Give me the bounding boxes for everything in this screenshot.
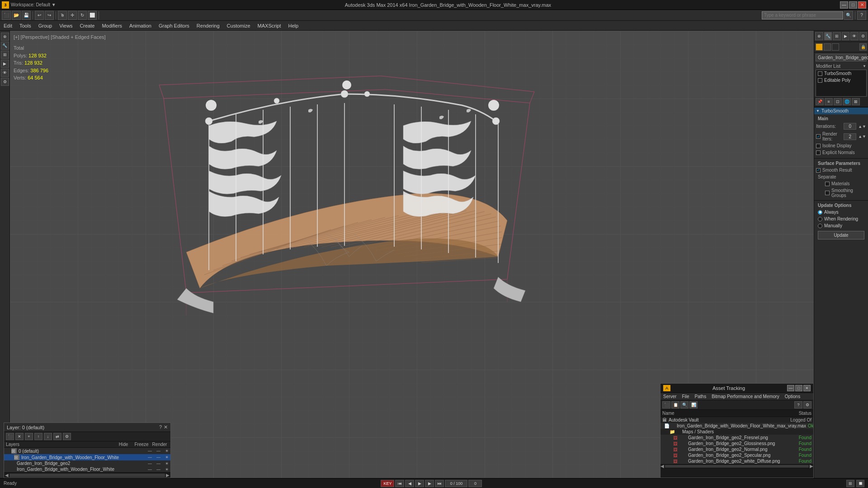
menu-edit[interactable]: Edit bbox=[0, 21, 16, 31]
modifier-list-arrow[interactable]: ▼ bbox=[863, 64, 866, 68]
move-btn[interactable]: ✛ bbox=[68, 11, 77, 20]
sub-hide-btn[interactable]: ⊠ bbox=[852, 98, 860, 105]
layer-settings-tool[interactable]: ⚙ bbox=[63, 433, 71, 440]
sub-obj-btn[interactable]: ⊡ bbox=[834, 98, 842, 105]
utilities-tab[interactable]: ⚙ bbox=[1, 78, 9, 86]
asset-menu-bitmap[interactable]: Bitmap Performance and Memory bbox=[709, 393, 782, 400]
isoline-checkbox[interactable] bbox=[816, 144, 821, 148]
explicit-normals-checkbox[interactable] bbox=[816, 150, 821, 155]
render-iters-spinner[interactable]: ▲▼ bbox=[858, 134, 866, 139]
asset-min-btn[interactable]: — bbox=[787, 385, 794, 391]
render-ctrl-3[interactable]: ☀ bbox=[165, 467, 169, 472]
menu-rendering[interactable]: Rendering bbox=[193, 21, 223, 31]
asset-row-diffuse[interactable]: 🖼 Garden_Iron_Bridge_geo2_white_Diffuse.… bbox=[660, 458, 813, 464]
asset-menu-file[interactable]: File bbox=[679, 393, 692, 400]
motion-panel-tab[interactable]: ▶ bbox=[842, 32, 850, 40]
time-display[interactable]: 0 bbox=[468, 480, 482, 487]
when-rendering-radio[interactable] bbox=[818, 217, 822, 221]
sub-world-btn[interactable]: 🌐 bbox=[843, 98, 851, 105]
asset-scroll-right[interactable]: ▶ bbox=[810, 464, 813, 469]
create-panel-tab[interactable]: ⊕ bbox=[815, 32, 823, 40]
menu-views[interactable]: Views bbox=[56, 21, 76, 31]
create-tab[interactable]: ⊕ bbox=[1, 33, 9, 41]
search-icon-btn[interactable]: 🔍 bbox=[844, 11, 853, 20]
menu-animation[interactable]: Animation bbox=[126, 21, 155, 31]
motion-tab[interactable]: ▶ bbox=[1, 60, 9, 68]
asset-tool-1[interactable]: ⬛ bbox=[662, 401, 670, 408]
menu-graph-editors[interactable]: Graph Editors bbox=[155, 21, 193, 31]
layers-scroll-right[interactable]: ▶ bbox=[166, 473, 170, 478]
workspace-selector[interactable]: Workspace: Default ▼ bbox=[11, 2, 56, 7]
help-btn[interactable]: ? bbox=[857, 11, 866, 20]
display-panel-tab[interactable]: 👁 bbox=[850, 32, 859, 40]
snap-toggle[interactable]: 🔲 bbox=[856, 480, 864, 487]
menu-tools[interactable]: Tools bbox=[16, 21, 35, 31]
hierarchy-tab[interactable]: ⊞ bbox=[1, 51, 9, 59]
layer-row-default[interactable]: ⊞ 0 (default) — — ☀ bbox=[4, 448, 170, 454]
redo-btn[interactable]: ↪ bbox=[45, 11, 54, 20]
close-button[interactable]: ✕ bbox=[858, 1, 866, 9]
asset-help-btn[interactable]: ? bbox=[794, 401, 802, 408]
undo-btn[interactable]: ↩ bbox=[35, 11, 44, 20]
new-btn[interactable]: ⬛ bbox=[2, 11, 11, 20]
render-iters-value[interactable]: 2 bbox=[844, 133, 856, 140]
asset-scroll-left[interactable]: ◀ bbox=[660, 464, 664, 469]
layer-delete-tool[interactable]: ✕ bbox=[15, 433, 24, 440]
update-button[interactable]: Update bbox=[818, 231, 864, 239]
sub-stack-btn[interactable]: ≡ bbox=[825, 98, 833, 105]
modify-tab[interactable]: 🔧 bbox=[1, 42, 9, 50]
modifier-editable-poly[interactable]: Editable Poly bbox=[816, 77, 866, 84]
asset-tool-4[interactable]: 📊 bbox=[689, 401, 698, 408]
render-iters-checkbox[interactable] bbox=[816, 134, 821, 139]
sub-pin-btn[interactable]: 📌 bbox=[816, 98, 824, 105]
asset-row-glossiness[interactable]: 🖼 Garden_Iron_Bridge_geo2_Glossiness.png… bbox=[660, 441, 813, 446]
hierarchy-panel-tab[interactable]: ⊞ bbox=[833, 32, 841, 40]
frame-skip-start[interactable]: ⏮ bbox=[395, 480, 404, 487]
asset-tool-2[interactable]: 📋 bbox=[671, 401, 679, 408]
freeze-ctrl-3[interactable]: — bbox=[156, 467, 160, 472]
menu-customize[interactable]: Customize bbox=[223, 21, 254, 31]
render-ctrl-1[interactable]: ☀ bbox=[165, 455, 169, 460]
manually-radio[interactable] bbox=[818, 224, 822, 228]
object-name-field[interactable]: Garden_Iron_Bridge_geo2 bbox=[816, 54, 867, 61]
color-swatch-1[interactable] bbox=[816, 43, 823, 51]
display-tab[interactable]: 👁 bbox=[1, 69, 9, 77]
minimize-button[interactable]: — bbox=[840, 1, 848, 9]
iterations-spinner[interactable]: ▲▼ bbox=[858, 124, 866, 129]
layer-down-tool[interactable]: ↓ bbox=[44, 433, 52, 440]
smoothing-groups-checkbox[interactable] bbox=[825, 191, 830, 195]
layer-row-floor[interactable]: Iron_Garden_Bridge_with_Wooden_Floor_Whi… bbox=[4, 466, 170, 472]
freeze-ctrl-2[interactable]: — bbox=[156, 461, 160, 466]
layers-scrollbar[interactable]: ◀ ▶ bbox=[4, 472, 170, 478]
asset-close-btn[interactable]: ✕ bbox=[803, 385, 811, 391]
asset-row-maxfile[interactable]: 📄 Iron_Garden_Bridge_with_Wooden_Floor_W… bbox=[660, 423, 813, 429]
iterations-value[interactable]: 0 bbox=[844, 123, 856, 130]
menu-create[interactable]: Create bbox=[76, 21, 98, 31]
asset-settings-btn[interactable]: ⚙ bbox=[803, 401, 811, 408]
hide-ctrl-0[interactable]: — bbox=[148, 449, 152, 453]
frame-counter[interactable]: 0 / 100 bbox=[445, 480, 467, 487]
asset-tool-3[interactable]: 🔍 bbox=[680, 401, 689, 408]
asset-row-maps[interactable]: 📁 Maps / Shaders bbox=[660, 429, 813, 435]
layer-select-tool[interactable]: ⬛ bbox=[6, 433, 14, 440]
freeze-ctrl-1[interactable]: — bbox=[156, 455, 160, 460]
freeze-ctrl-0[interactable]: — bbox=[156, 449, 160, 453]
lock-icon[interactable]: 🔒 bbox=[859, 43, 867, 51]
always-radio[interactable] bbox=[818, 210, 822, 215]
asset-menu-options[interactable]: Options bbox=[782, 393, 803, 400]
open-btn[interactable]: 📂 bbox=[12, 11, 21, 20]
layer-up-tool[interactable]: ↑ bbox=[34, 433, 42, 440]
color-swatch-3[interactable] bbox=[832, 43, 839, 51]
rotate-btn[interactable]: ↻ bbox=[78, 11, 87, 20]
grid-toggle[interactable]: ⊞ bbox=[846, 480, 854, 487]
layers-scroll-track[interactable] bbox=[9, 474, 165, 477]
utilities-panel-tab[interactable]: ⚙ bbox=[859, 32, 868, 40]
hide-ctrl-3[interactable]: — bbox=[148, 467, 152, 472]
asset-row-specular[interactable]: 🖼 Garden_Iron_Bridge_geo2_Specular.png F… bbox=[660, 452, 813, 458]
next-frame-btn[interactable]: ▶ bbox=[425, 480, 434, 487]
layer-add-tool[interactable]: + bbox=[25, 433, 33, 440]
turbosmooth-checkbox[interactable] bbox=[818, 71, 822, 76]
asset-row-fresnel[interactable]: 🖼 Garden_Iron_Bridge_geo2_Fresnel.png Fo… bbox=[660, 435, 813, 441]
frame-skip-end[interactable]: ⏭ bbox=[435, 480, 444, 487]
asset-menu-paths[interactable]: Paths bbox=[692, 393, 709, 400]
